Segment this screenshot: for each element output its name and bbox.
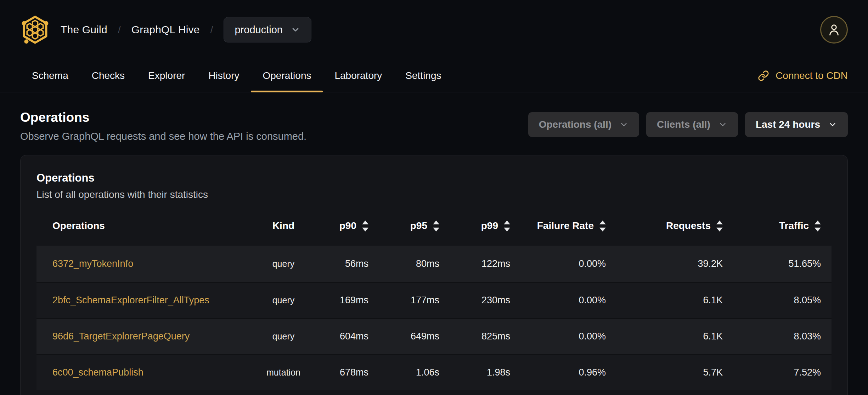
column-header-p90[interactable]: p90 <box>314 220 379 231</box>
p95-cell: 177ms <box>379 295 450 306</box>
hive-logo-icon[interactable] <box>20 15 50 45</box>
sort-control[interactable] <box>716 221 723 231</box>
sort-desc-icon <box>716 228 723 231</box>
operation-link[interactable]: 6c00_schemaPublish <box>36 367 253 378</box>
breadcrumb-org[interactable]: The Guild <box>61 24 107 36</box>
tab-explorer[interactable]: Explorer <box>136 59 197 92</box>
target-selector-value: production <box>235 24 282 36</box>
tab-bar: Schema Checks Explorer History Operation… <box>0 59 868 92</box>
column-header-operations: Operations <box>36 220 253 231</box>
column-header-failure-rate[interactable]: Failure Rate <box>521 220 616 231</box>
breadcrumb-separator: / <box>118 24 121 35</box>
p95-cell: 649ms <box>379 331 450 342</box>
column-header-kind: Kind <box>253 220 314 231</box>
kind-cell: query <box>253 331 314 342</box>
sort-desc-icon <box>599 228 606 231</box>
sort-asc-icon <box>599 221 606 224</box>
tab-checks[interactable]: Checks <box>80 59 136 92</box>
tab-laboratory[interactable]: Laboratory <box>323 59 394 92</box>
filter-bar: Operations (all) Clients (all) Last 24 h… <box>528 112 848 137</box>
target-selector[interactable]: production <box>224 17 311 42</box>
card-title: Operations <box>36 172 832 184</box>
operations-table: Operations Kind p90 p95 p99 Failure Rate <box>36 215 832 390</box>
p99-cell: 122ms <box>450 258 521 269</box>
operations-filter-dropdown[interactable]: Operations (all) <box>528 112 639 137</box>
clients-filter-label: Clients (all) <box>657 119 710 130</box>
chevron-down-icon <box>291 25 300 35</box>
sort-desc-icon <box>433 228 439 231</box>
requests-cell: 39.2K <box>616 258 733 269</box>
connect-to-cdn-label: Connect to CDN <box>776 70 848 81</box>
column-header-p99[interactable]: p99 <box>450 220 521 231</box>
sort-asc-icon <box>504 221 510 224</box>
column-header-p95[interactable]: p95 <box>379 220 450 231</box>
app-root: The Guild / GraphQL Hive / production Sc… <box>0 0 868 395</box>
traffic-cell: 51.65% <box>733 258 832 269</box>
p99-cell: 1.98s <box>450 367 521 378</box>
breadcrumb: The Guild / GraphQL Hive / production <box>20 15 311 45</box>
p99-cell: 825ms <box>450 331 521 342</box>
breadcrumb-separator: / <box>210 24 213 35</box>
chevron-down-icon <box>718 120 727 129</box>
sort-desc-icon <box>504 228 510 231</box>
kind-cell: mutation <box>253 367 314 378</box>
breadcrumb-project[interactable]: GraphQL Hive <box>131 24 200 36</box>
table-row: 6372_myTokenInfo query 56ms 80ms 122ms 0… <box>36 246 832 282</box>
period-filter-dropdown[interactable]: Last 24 hours <box>745 112 848 137</box>
requests-cell: 6.1K <box>616 295 733 306</box>
failure-rate-cell: 0.96% <box>521 367 616 378</box>
table-body: 6372_myTokenInfo query 56ms 80ms 122ms 0… <box>36 246 832 390</box>
p90-cell: 169ms <box>314 295 379 306</box>
operation-link[interactable]: 6372_myTokenInfo <box>36 258 253 269</box>
operations-filter-label: Operations (all) <box>539 119 611 130</box>
requests-cell: 5.7K <box>616 367 733 378</box>
failure-rate-cell: 0.00% <box>521 258 616 269</box>
traffic-cell: 8.03% <box>733 331 832 342</box>
kind-cell: query <box>253 259 314 269</box>
table-row: 2bfc_SchemaExplorerFilter_AllTypes query… <box>36 282 832 318</box>
p95-cell: 80ms <box>379 258 450 269</box>
sort-control[interactable] <box>815 221 821 231</box>
page-header: Operations Observe GraphQL requests and … <box>0 92 868 142</box>
operations-card: Operations List of all operations with t… <box>20 155 848 395</box>
page-title: Operations <box>20 110 306 125</box>
failure-rate-cell: 0.00% <box>521 331 616 342</box>
sort-control[interactable] <box>433 221 439 231</box>
sort-asc-icon <box>433 221 439 224</box>
period-filter-label: Last 24 hours <box>756 119 820 130</box>
failure-rate-cell: 0.00% <box>521 295 616 306</box>
table-header-row: Operations Kind p90 p95 p99 Failure Rate <box>36 215 832 236</box>
sort-control[interactable] <box>362 221 368 231</box>
p90-cell: 604ms <box>314 331 379 342</box>
clients-filter-dropdown[interactable]: Clients (all) <box>646 112 738 137</box>
column-header-requests[interactable]: Requests <box>616 220 733 231</box>
p99-cell: 230ms <box>450 295 521 306</box>
sort-asc-icon <box>362 221 368 224</box>
chevron-down-icon <box>828 120 837 129</box>
traffic-cell: 7.52% <box>733 367 832 378</box>
sort-desc-icon <box>815 228 821 231</box>
sort-control[interactable] <box>504 221 510 231</box>
link-icon <box>758 70 769 81</box>
operation-link[interactable]: 2bfc_SchemaExplorerFilter_AllTypes <box>36 295 253 306</box>
kind-cell: query <box>253 295 314 305</box>
card-subtitle: List of all operations with their statis… <box>36 189 832 200</box>
operation-link[interactable]: 96d6_TargetExplorerPageQuery <box>36 331 253 342</box>
page-subtitle: Observe GraphQL requests and see how the… <box>20 131 306 142</box>
p90-cell: 56ms <box>314 258 379 269</box>
tab-history[interactable]: History <box>197 59 251 92</box>
column-header-traffic[interactable]: Traffic <box>733 220 832 231</box>
p90-cell: 678ms <box>314 367 379 378</box>
tab-settings[interactable]: Settings <box>394 59 453 92</box>
connect-to-cdn-button[interactable]: Connect to CDN <box>758 59 848 92</box>
sort-asc-icon <box>815 221 821 224</box>
table-row: 96d6_TargetExplorerPageQuery query 604ms… <box>36 318 832 354</box>
sort-asc-icon <box>716 221 723 224</box>
requests-cell: 6.1K <box>616 331 733 342</box>
tab-schema[interactable]: Schema <box>20 59 80 92</box>
tab-operations[interactable]: Operations <box>251 59 323 92</box>
user-icon <box>827 22 841 37</box>
user-avatar[interactable] <box>820 16 848 44</box>
chevron-down-icon <box>619 120 629 129</box>
sort-control[interactable] <box>599 221 606 231</box>
